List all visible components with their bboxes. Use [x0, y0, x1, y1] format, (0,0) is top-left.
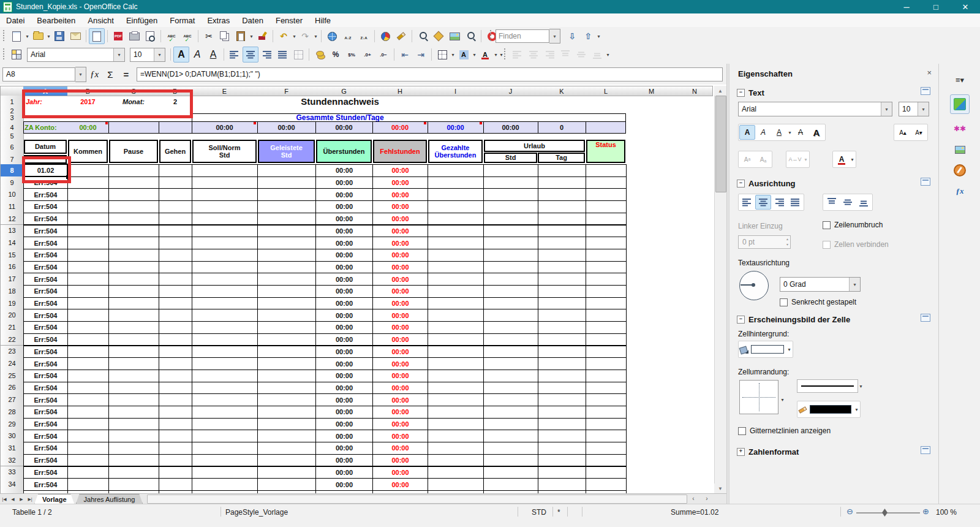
cell-I18[interactable] [428, 285, 484, 298]
wrap-text-checkbox[interactable]: Zeilenumbruch [823, 221, 883, 229]
scroll-down-icon[interactable]: ▼ [714, 483, 726, 493]
cell-L22[interactable] [586, 333, 627, 346]
cell-F17[interactable]: 00:00 [257, 273, 316, 286]
cell-A24[interactable]: Err:504 [23, 357, 68, 370]
minimize-button[interactable]: ─ [892, 0, 921, 13]
cell-A31[interactable]: Err:504 [23, 442, 68, 455]
sidebar-align-top-icon[interactable] [824, 195, 840, 210]
cell-F16[interactable]: 00:00 [257, 261, 316, 274]
cell-G27[interactable]: 00:00 [315, 393, 373, 406]
function-wizard-icon[interactable]: ƒx [86, 67, 102, 82]
cell-L11[interactable] [586, 200, 627, 213]
background-swatch-dropdown[interactable]: ▾ [786, 342, 792, 357]
cell-C15[interactable] [108, 249, 159, 262]
cell-B18[interactable] [67, 285, 109, 298]
cell-A10[interactable]: Err:504 [23, 188, 68, 201]
cell-E27[interactable] [192, 393, 258, 406]
cell-J27[interactable] [483, 393, 538, 406]
cell-D15[interactable] [159, 249, 192, 262]
section-alignment-header[interactable]: − Ausrichtung [737, 179, 796, 188]
cell-B13[interactable] [67, 225, 109, 238]
find-previous-icon[interactable]: ⇧ [580, 28, 596, 44]
cell-K23[interactable] [538, 346, 586, 358]
cell-L8[interactable] [586, 164, 627, 177]
auto-spellcheck-icon[interactable] [179, 28, 195, 44]
gallery-icon[interactable] [447, 28, 462, 44]
cell-B26[interactable] [67, 382, 109, 395]
cell-F15[interactable]: 00:00 [257, 249, 316, 262]
paste-dropdown[interactable]: ▾ [249, 29, 254, 44]
row-header-8[interactable]: 8 [0, 164, 24, 177]
checkbox-icon[interactable] [738, 427, 746, 435]
cell-L32[interactable] [586, 454, 627, 467]
paste-icon[interactable] [233, 28, 249, 44]
cell-C31[interactable] [108, 442, 159, 455]
checkbox-icon[interactable] [823, 241, 831, 249]
cell-G17[interactable]: 00:00 [315, 273, 373, 286]
cell-D17[interactable] [159, 273, 192, 286]
cell-H29[interactable]: 00:00 [372, 418, 428, 431]
cell-K4[interactable]: 0 [538, 121, 586, 133]
menu-fenster[interactable]: Fenster [270, 15, 309, 26]
cell-C18[interactable] [108, 285, 159, 298]
cell-D25[interactable] [159, 370, 192, 382]
pdf-export-icon[interactable] [110, 28, 126, 44]
cell-G11[interactable]: 00:00 [315, 200, 373, 213]
increase-font-icon[interactable]: A▴ [895, 125, 911, 140]
cell-F22[interactable]: 00:00 [257, 333, 316, 346]
cell-C30[interactable] [108, 430, 159, 442]
cell-H23[interactable]: 00:00 [372, 346, 428, 358]
cell-G29[interactable]: 00:00 [315, 418, 373, 431]
cell-J26[interactable] [483, 382, 538, 395]
menu-hilfe[interactable]: Hilfe [309, 15, 337, 26]
scroll-up-icon[interactable]: ▲ [714, 86, 726, 96]
row-header-33[interactable]: 33 [0, 466, 24, 479]
cell-H30[interactable]: 00:00 [372, 430, 428, 442]
show-draw-functions-icon[interactable] [393, 28, 409, 44]
cell-L27[interactable] [586, 393, 627, 406]
cell-D30[interactable] [159, 430, 192, 442]
row-header-27[interactable]: 27 [0, 393, 24, 406]
header-urlaub[interactable]: Urlaub [484, 140, 585, 152]
cell-L30[interactable] [586, 430, 627, 442]
line-color-dropdown[interactable]: ▾ [854, 402, 859, 417]
cell-B15[interactable] [67, 249, 109, 262]
cell-E33[interactable] [192, 466, 258, 479]
cell-B21[interactable] [67, 321, 109, 334]
cell-L15[interactable] [586, 249, 627, 262]
cell-C12[interactable] [108, 213, 159, 226]
cell-G22[interactable]: 00:00 [315, 333, 373, 346]
cell-I21[interactable] [428, 321, 484, 334]
undo-dropdown[interactable]: ▾ [292, 29, 297, 44]
cell-H27[interactable]: 00:00 [372, 393, 428, 406]
row-header-6[interactable]: 6 [0, 139, 24, 155]
header-datum[interactable]: Datum [24, 140, 67, 154]
delete-decimal-icon[interactable]: .0− [375, 47, 391, 63]
menu-datei[interactable]: Datei [0, 15, 31, 26]
row-header-21[interactable]: 21 [0, 321, 24, 334]
cell-D16[interactable] [159, 261, 192, 274]
borders-icon[interactable] [434, 47, 450, 63]
cell-K14[interactable] [538, 237, 586, 249]
row-header-9[interactable]: 9 [0, 176, 24, 189]
cell-D31[interactable] [159, 442, 192, 455]
cell-E16[interactable] [192, 261, 258, 274]
cell-B27[interactable] [67, 393, 109, 406]
cell-D29[interactable] [159, 418, 192, 431]
border-preview[interactable] [739, 380, 778, 414]
cell-F10[interactable]: 00:00 [257, 188, 316, 201]
cell-I12[interactable] [428, 213, 484, 226]
cell-J22[interactable] [483, 333, 538, 346]
cell-L18[interactable] [586, 285, 627, 298]
menu-format[interactable]: Format [164, 15, 201, 26]
find-toolbar-drag-handle[interactable] [489, 30, 492, 42]
cell-B32[interactable] [67, 454, 109, 467]
cell-K11[interactable] [538, 200, 586, 213]
cell-K25[interactable] [538, 370, 586, 382]
cell-J32[interactable] [483, 454, 538, 467]
row-header-10[interactable]: 10 [0, 188, 24, 201]
cell-C16[interactable] [108, 261, 159, 274]
cell-D22[interactable] [159, 333, 192, 346]
cell-J17[interactable] [483, 273, 538, 286]
decrease-indent-icon[interactable]: ⇤ [397, 47, 413, 63]
